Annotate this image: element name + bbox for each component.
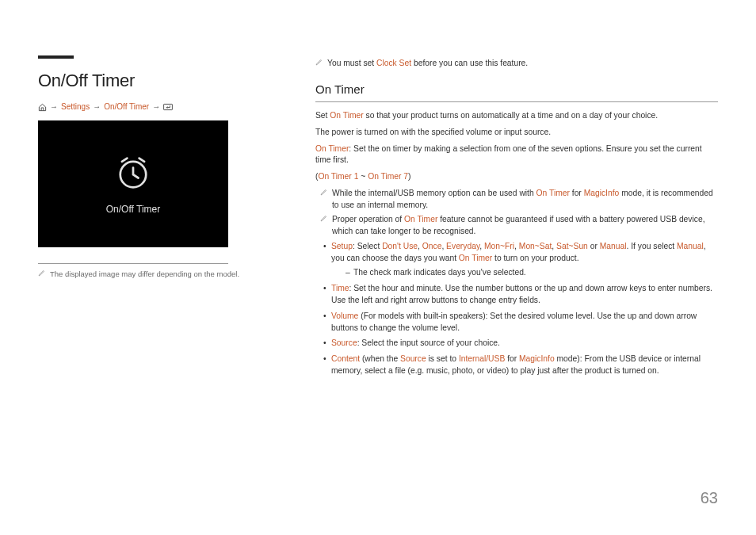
divider <box>38 263 228 264</box>
section-heading: On Timer <box>315 81 718 102</box>
pencil-icon <box>315 59 323 70</box>
preview-image: On/Off Timer <box>38 120 228 247</box>
note-text: You must set Clock Set before you can us… <box>327 58 528 70</box>
bullet-time: Time: Set the hour and minute. Use the n… <box>323 283 718 307</box>
right-column: You must set Clock Set before you can us… <box>315 55 718 381</box>
paragraph: On Timer: Set the on timer by making a s… <box>315 143 718 167</box>
pencil-icon <box>320 215 327 238</box>
arrow: → <box>93 101 101 113</box>
top-rule <box>38 55 74 59</box>
dash-item: The check mark indicates days you've sel… <box>346 267 718 279</box>
paragraph: (On Timer 1 ~ On Timer 7) <box>315 171 718 183</box>
bullet-list: Setup: Select Don't Use, Once, Everyday,… <box>315 241 718 377</box>
note-internal-usb: While the internal/USB memory option can… <box>320 188 718 212</box>
breadcrumb: → Settings → On/Off Timer → <box>38 101 268 113</box>
clock-set-note: You must set Clock Set before you can us… <box>315 58 718 70</box>
preview-label: On/Off Timer <box>106 203 160 216</box>
pencil-icon <box>38 269 45 280</box>
note-text: While the internal/USB memory option can… <box>332 188 718 212</box>
page-number: 63 <box>701 487 718 510</box>
paragraph: Set On Timer so that your product turns … <box>315 110 718 122</box>
note-text: Proper operation of On Timer feature can… <box>332 214 718 238</box>
breadcrumb-settings: Settings <box>61 101 90 113</box>
clock-icon <box>113 152 154 193</box>
arrow: → <box>50 101 58 113</box>
bullet-volume: Volume (For models with built-in speaker… <box>323 311 718 334</box>
enter-icon <box>163 103 173 111</box>
breadcrumb-onofftimer: On/Off Timer <box>104 101 149 113</box>
note-battery-usb: Proper operation of On Timer feature can… <box>320 214 718 238</box>
bullet-source: Source: Select the input source of your … <box>323 338 718 350</box>
page-title: On/Off Timer <box>38 68 268 94</box>
svg-rect-0 <box>164 105 173 110</box>
caption-text: The displayed image may differ depending… <box>50 269 239 280</box>
bullet-content: Content (when the Source is set to Inter… <box>323 353 718 377</box>
document-page: On/Off Timer → Settings → On/Off Timer → <box>0 0 756 405</box>
arrow: → <box>152 101 160 113</box>
left-column: On/Off Timer → Settings → On/Off Timer → <box>38 55 268 381</box>
paragraph: The power is turned on with the specifie… <box>315 127 718 139</box>
bullet-setup: Setup: Select Don't Use, Once, Everyday,… <box>323 241 718 279</box>
pencil-icon <box>320 189 327 212</box>
image-caption: The displayed image may differ depending… <box>38 269 268 280</box>
home-icon <box>38 103 47 112</box>
dash-list: The check mark indicates days you've sel… <box>331 267 718 279</box>
